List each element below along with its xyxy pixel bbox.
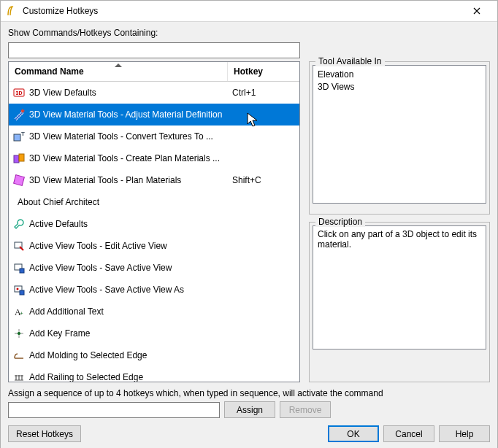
tool-available-legend: Tool Available In (315, 56, 385, 66)
command-name-cell: 3D View Material Tools - Adjust Material… (9, 109, 228, 120)
table-row[interactable]: 3D View Material Tools - Create Plan Mat… (9, 147, 299, 169)
command-name-cell: 3D View Material Tools - Plan Materials (9, 174, 228, 186)
command-grid: Command Name Hotkey 3D3D View DefaultsCt… (8, 61, 300, 382)
description-group: Description Click on any part of a 3D ob… (309, 222, 490, 382)
3d-icon: 3D (13, 87, 25, 99)
main-row: Command Name Hotkey 3D3D View DefaultsCt… (8, 61, 490, 382)
tool-available-group: Tool Available In Elevation3D Views (309, 61, 490, 215)
command-name-text: 3D View Defaults (29, 88, 96, 98)
command-name-cell: Active View Tools - Save Active View (9, 262, 228, 274)
app-icon (7, 5, 18, 17)
dialog-content: Show Commands/Hotkeys Containing: Comman… (1, 22, 497, 448)
table-row[interactable]: 3D3D View DefaultsCtrl+1 (9, 82, 299, 104)
command-name-text: Add Railing to Selected Edge (29, 372, 143, 382)
view-saveas-icon (13, 284, 25, 296)
view-save-icon (13, 262, 25, 274)
table-row[interactable]: A+Add Additional Text (9, 301, 299, 323)
table-row[interactable]: T3D View Material Tools - Convert Textur… (9, 125, 299, 147)
command-name-text: 3D View Material Tools - Adjust Material… (29, 109, 222, 120)
assign-button[interactable]: Assign (224, 401, 275, 418)
svg-point-13 (17, 288, 19, 290)
material-adjust-icon (13, 109, 25, 120)
command-name-cell: Active Defaults (9, 218, 228, 230)
svg-text:T: T (21, 131, 25, 137)
titlebar: Customize Hotkeys (1, 1, 497, 22)
command-name-text: 3D View Material Tools - Plan Materials (29, 175, 181, 185)
command-name-cell: Active View Tools - Save Active View As (9, 284, 228, 296)
command-name-text: Add Molding to Selected Edge (29, 350, 147, 360)
filter-label: Show Commands/Hotkeys Containing: (8, 28, 490, 38)
tool-available-item: 3D Views (318, 81, 481, 93)
filter-input[interactable] (8, 42, 300, 58)
bottom-bar: Reset Hotkeys OK Cancel Help (8, 425, 490, 442)
command-name-cell: T3D View Material Tools - Convert Textur… (9, 131, 228, 142)
table-row[interactable]: 3D View Material Tools - Adjust Material… (9, 104, 299, 125)
hotkey-input[interactable] (8, 402, 220, 418)
table-row[interactable]: Add Key Frame (9, 323, 299, 344)
svg-rect-12 (20, 290, 24, 295)
command-name-cell: Add Railing to Selected Edge (9, 371, 228, 382)
command-name-cell: 3D View Material Tools - Create Plan Mat… (9, 152, 228, 164)
command-name-text: Active Defaults (29, 219, 88, 229)
command-name-cell: A+Add Additional Text (9, 306, 228, 317)
tool-available-item: Elevation (318, 69, 481, 81)
command-name-text: Add Additional Text (29, 306, 104, 317)
table-row[interactable]: Add Railing to Selected Edge (9, 366, 299, 382)
command-name-cell: 3D3D View Defaults (9, 87, 228, 99)
command-name-cell: Add Molding to Selected Edge (9, 349, 228, 361)
svg-rect-16 (17, 331, 21, 336)
hotkey-cell: Ctrl+1 (228, 88, 299, 98)
window-title: Customize Hotkeys (23, 6, 462, 16)
table-row[interactable]: 3D View Material Tools - Plan MaterialsS… (9, 169, 299, 191)
right-column: Tool Available In Elevation3D Views Desc… (309, 61, 490, 382)
description-text: Click on any part of a 3D object to edit… (313, 225, 486, 349)
help-button[interactable]: Help (439, 425, 490, 442)
svg-rect-10 (20, 269, 24, 273)
command-name-text: About Chief Architect (18, 197, 99, 207)
reset-hotkeys-button[interactable]: Reset Hotkeys (8, 425, 81, 442)
header-command-name[interactable]: Command Name (9, 62, 228, 81)
command-name-cell: Active View Tools - Edit Active View (9, 240, 228, 252)
molding-icon (13, 349, 25, 361)
description-legend: Description (315, 217, 365, 227)
command-list-column: Command Name Hotkey 3D3D View DefaultsCt… (8, 61, 300, 382)
command-name-cell: About Chief Architect (9, 197, 228, 207)
header-hotkey[interactable]: Hotkey (228, 62, 299, 81)
keyframe-icon (13, 328, 25, 339)
svg-rect-7 (14, 175, 25, 186)
assign-controls: Assign Remove (8, 401, 490, 418)
material-convert-icon: T (13, 131, 25, 142)
command-name-text: Add Key Frame (29, 328, 90, 339)
customize-hotkeys-window: Customize Hotkeys Show Commands/Hotkeys … (0, 0, 498, 448)
svg-text:3D: 3D (16, 90, 23, 96)
hotkey-cell: Shift+C (228, 175, 299, 185)
text-icon: A+ (13, 306, 25, 317)
grid-body[interactable]: 3D3D View DefaultsCtrl+13D View Material… (9, 82, 299, 382)
assign-section: Assign a sequence of up to 4 hotkeys whi… (8, 388, 490, 418)
railing-icon (13, 371, 25, 382)
grid-header: Command Name Hotkey (9, 62, 299, 82)
material-create-icon (13, 152, 25, 164)
table-row[interactable]: Active View Tools - Edit Active View (9, 235, 299, 257)
remove-button[interactable]: Remove (280, 401, 331, 418)
tool-available-list: Elevation3D Views (313, 65, 486, 204)
command-name-cell: Add Key Frame (9, 328, 228, 339)
command-name-text: 3D View Material Tools - Convert Texture… (29, 131, 213, 142)
wrench-icon (13, 218, 25, 230)
close-button[interactable] (462, 1, 491, 21)
table-row[interactable]: Active Defaults (9, 213, 299, 235)
svg-rect-3 (14, 134, 20, 141)
svg-text:+: + (20, 310, 23, 317)
command-name-text: Active View Tools - Edit Active View (29, 241, 167, 251)
table-row[interactable]: About Chief Architect (9, 191, 299, 213)
table-row[interactable]: Active View Tools - Save Active View As (9, 279, 299, 301)
table-row[interactable]: Active View Tools - Save Active View (9, 257, 299, 279)
command-name-text: 3D View Material Tools - Create Plan Mat… (29, 153, 220, 163)
table-row[interactable]: Add Molding to Selected Edge (9, 344, 299, 366)
command-name-text: Active View Tools - Save Active View (29, 263, 172, 273)
svg-rect-6 (19, 154, 24, 161)
assign-label: Assign a sequence of up to 4 hotkeys whi… (8, 388, 490, 398)
cancel-button[interactable]: Cancel (383, 425, 434, 442)
material-plan-icon (13, 174, 25, 186)
ok-button[interactable]: OK (328, 425, 379, 442)
